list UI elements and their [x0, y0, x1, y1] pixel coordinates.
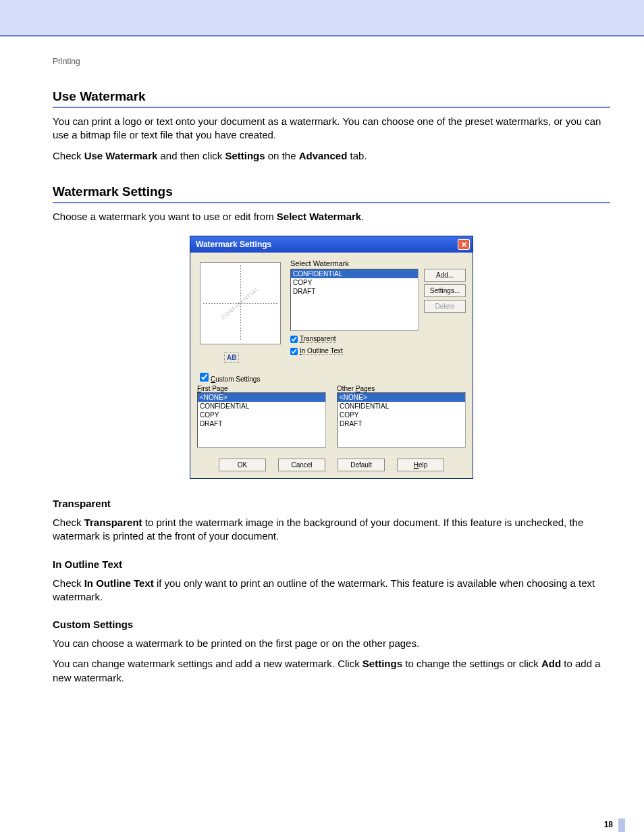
list-item[interactable]: COPY: [338, 411, 465, 419]
outline-text-checkbox-label: In Outline Text: [300, 347, 343, 355]
list-item[interactable]: COPY: [291, 278, 418, 287]
page-number: 18: [604, 820, 613, 829]
dialog-title: Watermark Settings: [196, 240, 271, 249]
custom-settings-desc2: You can change watermark settings and ad…: [53, 657, 610, 685]
outline-text-checkbox[interactable]: [290, 348, 298, 355]
first-page-label: First Page: [197, 385, 326, 392]
header-band: [0, 0, 644, 36]
help-button[interactable]: Help: [397, 459, 444, 471]
delete-button[interactable]: Delete: [424, 300, 466, 313]
custom-settings-checkbox[interactable]: [200, 373, 209, 382]
use-watermark-desc: You can print a logo or text onto your d…: [53, 115, 610, 142]
ab-indicator: AB: [224, 353, 239, 363]
list-item[interactable]: DRAFT: [198, 419, 325, 428]
list-item[interactable]: CONFIDENTIAL: [291, 269, 418, 278]
list-item[interactable]: CONFIDENTIAL: [198, 402, 325, 411]
ok-button[interactable]: OK: [219, 459, 266, 471]
breadcrumb: Printing: [53, 57, 610, 66]
default-button[interactable]: Default: [338, 459, 385, 471]
watermark-settings-dialog: Watermark Settings ✕ CONFIDENTIAL AB Sel…: [190, 236, 473, 479]
use-watermark-instruction: Check Use Watermark and then click Setti…: [53, 149, 610, 163]
dialog-titlebar: Watermark Settings ✕: [190, 236, 473, 253]
list-item[interactable]: CONFIDENTIAL: [338, 402, 465, 411]
list-item[interactable]: <NONE>: [198, 393, 325, 402]
add-button[interactable]: Add...: [424, 269, 466, 282]
list-item[interactable]: <NONE>: [338, 393, 465, 402]
transparent-checkbox-label: Transparent: [300, 335, 336, 343]
heading-outline-text: In Outline Text: [53, 558, 610, 570]
other-pages-label: Other Pages: [337, 385, 466, 392]
custom-settings-desc1: You can choose a watermark to be printed…: [53, 637, 610, 650]
first-page-listbox[interactable]: <NONE> CONFIDENTIAL COPY DRAFT: [197, 392, 326, 448]
watermark-settings-desc: Choose a watermark you want to use or ed…: [53, 210, 610, 224]
close-icon[interactable]: ✕: [458, 239, 470, 250]
list-item[interactable]: COPY: [198, 411, 325, 419]
other-pages-listbox[interactable]: <NONE> CONFIDENTIAL COPY DRAFT: [337, 392, 466, 448]
outline-text-desc: Check In Outline Text if you only want t…: [53, 577, 610, 604]
heading-watermark-settings: Watermark Settings: [53, 184, 610, 203]
heading-transparent: Transparent: [53, 498, 610, 509]
custom-settings-checkbox-label: Custom Settings: [211, 375, 260, 383]
heading-use-watermark: Use Watermark: [53, 89, 610, 108]
cancel-button[interactable]: Cancel: [278, 459, 325, 471]
heading-custom-settings: Custom Settings: [53, 619, 610, 630]
settings-button[interactable]: Settings...: [424, 284, 466, 297]
list-item[interactable]: DRAFT: [338, 419, 465, 428]
select-watermark-label: Select Watermark: [290, 259, 466, 267]
list-item[interactable]: DRAFT: [291, 287, 418, 296]
page-number-bar: [618, 818, 625, 832]
page-content: 1 Printing Use Watermark You can print a…: [0, 36, 644, 834]
transparent-desc: Check Transparent to print the watermark…: [53, 516, 610, 544]
transparent-checkbox[interactable]: [290, 336, 298, 343]
select-watermark-listbox[interactable]: CONFIDENTIAL COPY DRAFT: [290, 269, 419, 331]
watermark-preview: CONFIDENTIAL: [200, 262, 281, 344]
